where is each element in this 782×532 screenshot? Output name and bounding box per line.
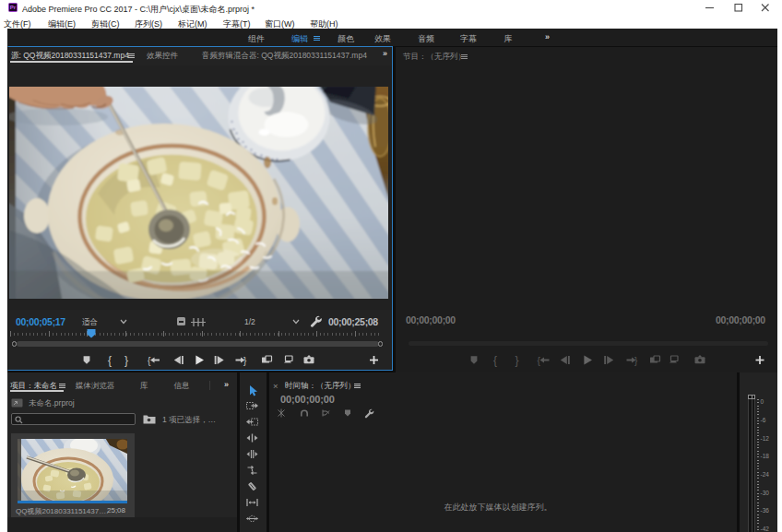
svg-text:}: } — [243, 356, 247, 366]
svg-text:{: { — [493, 354, 497, 367]
svg-text:}: } — [634, 356, 638, 366]
svg-text:{: { — [538, 356, 541, 366]
svg-text:}: } — [124, 354, 128, 367]
svg-text:{: { — [148, 356, 151, 366]
svg-text:}: } — [515, 354, 518, 367]
svg-text:{: { — [108, 354, 112, 367]
